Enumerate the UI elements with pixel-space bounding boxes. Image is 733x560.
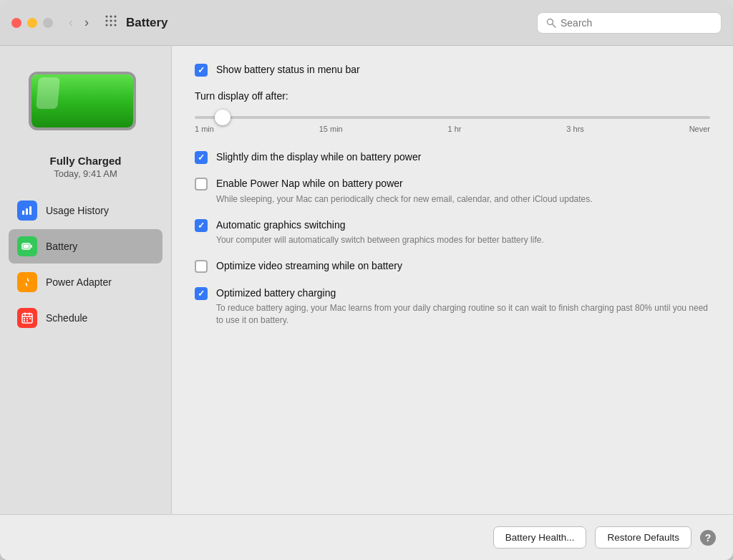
setting-text-auto-graphics: Automatic graphics switching Your comput… [216,218,544,246]
window-title: Battery [126,16,537,30]
slider-label-3hrs: 3 hrs [566,125,583,133]
back-button[interactable]: ‹ [64,14,77,32]
slider-label-15min: 15 min [319,125,343,133]
battery-fill [31,74,133,127]
checkbox-show-battery[interactable] [195,64,208,77]
setting-desc-optimized-charging: To reduce battery aging, your Mac learns… [216,302,710,327]
setting-row-power-nap: Enable Power Nap while on battery power … [195,177,710,205]
svg-point-8 [115,24,117,26]
battery-body [29,72,136,130]
svg-rect-23 [26,318,28,319]
system-preferences-window: ‹ › Battery [0,0,733,560]
slider-label-1min: 1 min [195,125,214,133]
bottom-bar: Battery Health... Restore Defaults ? [0,514,733,560]
battery-health-button[interactable]: Battery Health... [493,526,587,549]
slider-label-1hr: 1 hr [448,125,462,133]
forward-button[interactable]: › [80,14,93,32]
traffic-lights [11,18,53,28]
settings-area: Show battery status in menu bar Turn dis… [195,63,710,497]
battery-status: Fully Charged Today, 9:41 AM [49,155,121,179]
svg-marker-17 [25,277,29,287]
sidebar-item-power-adapter[interactable]: Power Adapter [9,265,162,299]
setting-label-dim: Slightly dim the display while on batter… [216,150,421,165]
sidebar-item-label-power: Power Adapter [46,276,112,288]
battery-time-text: Today, 9:41 AM [49,168,121,179]
battery-shine [36,77,60,109]
svg-point-3 [106,20,108,22]
usage-history-icon [17,201,37,221]
minimize-button[interactable] [27,18,37,28]
maximize-button[interactable] [43,18,53,28]
setting-desc-auto-graphics: Your computer will automatically switch … [216,234,544,246]
schedule-icon [17,308,37,328]
sidebar-nav: Usage History Battery [0,193,171,337]
setting-text-dim: Slightly dim the display while on batter… [216,150,421,165]
svg-rect-11 [22,211,24,215]
right-panel: Show battery status in menu bar Turn dis… [172,46,733,514]
svg-point-1 [110,16,112,18]
setting-text-show-battery: Show battery status in menu bar [216,63,360,77]
checkbox-dim-wrap [195,151,208,164]
checkbox-video-stream[interactable] [195,260,208,273]
sidebar-item-label-schedule: Schedule [46,312,87,324]
svg-rect-12 [26,208,28,215]
battery-nav-icon [17,236,37,256]
setting-row-dim: Slightly dim the display while on batter… [195,150,710,165]
grid-icon [105,14,117,27]
restore-defaults-button[interactable]: Restore Defaults [595,526,691,549]
svg-point-0 [106,16,108,18]
checkbox-dim[interactable] [195,151,208,164]
battery-tip [135,91,136,111]
slider-section: Turn display off after: 1 min 15 min 1 h… [195,90,710,133]
power-adapter-icon [17,272,37,292]
setting-row-auto-graphics: Automatic graphics switching Your comput… [195,218,710,246]
slider-label-never: Never [689,125,710,133]
setting-row-video-stream: Optimize video streaming while on batter… [195,259,710,274]
svg-rect-16 [24,245,29,248]
search-box[interactable] [537,12,722,34]
setting-label-auto-graphics: Automatic graphics switching [216,218,544,233]
svg-point-2 [115,16,117,18]
titlebar: ‹ › Battery [0,0,733,46]
sidebar: Fully Charged Today, 9:41 AM Usage Histo… [0,46,172,514]
svg-point-5 [115,20,117,22]
sidebar-item-label-usage: Usage History [46,205,109,216]
setting-row-show-battery: Show battery status in menu bar [195,63,710,77]
checkbox-optimized-charging-wrap [195,287,208,300]
sidebar-item-schedule[interactable]: Schedule [9,301,162,335]
close-button[interactable] [11,18,21,28]
checkbox-show-battery-wrap [195,64,208,77]
setting-text-power-nap: Enable Power Nap while on battery power … [216,177,593,205]
setting-label-video-stream: Optimize video streaming while on batter… [216,259,402,274]
sidebar-item-battery[interactable]: Battery [9,229,162,264]
checkbox-auto-graphics[interactable] [195,219,208,232]
search-icon [546,18,556,28]
checkbox-power-nap[interactable] [195,178,208,190]
setting-text-optimized-charging: Optimized battery charging To reduce bat… [216,286,710,327]
svg-rect-15 [31,245,32,248]
setting-desc-power-nap: While sleeping, your Mac can periodicall… [216,193,593,206]
checkbox-power-nap-wrap [195,178,208,190]
svg-line-10 [553,24,556,27]
battery-graphic [29,72,143,136]
main-content: Fully Charged Today, 9:41 AM Usage Histo… [0,46,733,514]
checkbox-auto-graphics-wrap [195,219,208,232]
setting-label-optimized-charging: Optimized battery charging [216,286,710,301]
display-off-slider[interactable] [195,116,710,119]
checkbox-optimized-charging[interactable] [195,287,208,300]
svg-point-6 [106,24,108,26]
slider-labels: 1 min 15 min 1 hr 3 hrs Never [195,125,710,133]
grid-button[interactable] [105,14,117,31]
search-input[interactable] [560,17,712,29]
setting-text-video-stream: Optimize video streaming while on batter… [216,259,402,274]
setting-row-optimized-charging: Optimized battery charging To reduce bat… [195,286,710,327]
svg-rect-22 [24,318,25,319]
checkbox-video-stream-wrap [195,260,208,273]
sidebar-item-usage-history[interactable]: Usage History [9,193,162,228]
help-button[interactable]: ? [700,530,716,546]
svg-point-7 [110,24,112,26]
svg-rect-24 [29,318,31,319]
setting-label-power-nap: Enable Power Nap while on battery power [216,177,593,191]
setting-label-show-battery: Show battery status in menu bar [216,63,360,77]
slider-label: Turn display off after: [195,90,710,102]
